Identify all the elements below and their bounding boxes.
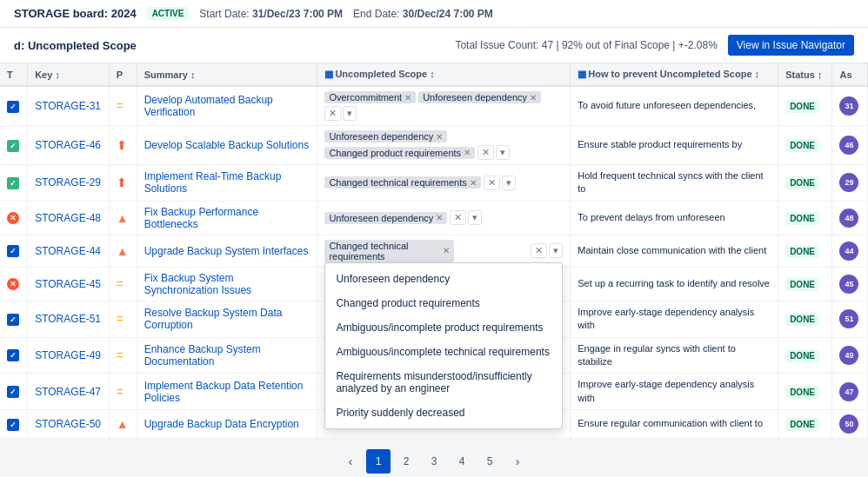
next-page-button[interactable]: › (505, 449, 530, 474)
issue-key-link[interactable]: STORAGE-51 (35, 313, 101, 325)
scope-clear-button[interactable]: ✕ (484, 176, 500, 190)
issue-key-link[interactable]: STORAGE-49 (35, 349, 101, 361)
prevent-cell: Set up a recurring task to identify and … (571, 267, 778, 301)
remove-tag-button[interactable]: ✕ (404, 93, 411, 103)
summary-link[interactable]: Implement Backup Data Retention Policies (144, 380, 304, 404)
type-cell: ✓ (0, 235, 28, 267)
scope-clear-button[interactable]: ✕ (477, 145, 494, 160)
prevent-text: Hold frequent technical syncs with the c… (578, 170, 763, 194)
page-3-button[interactable]: 3 (422, 449, 446, 474)
page-5-button[interactable]: 5 (477, 449, 502, 474)
view-navigator-button[interactable]: View in Issue Navigator (728, 35, 854, 56)
story-icon: ✓ (7, 177, 19, 189)
scope-clear-button[interactable]: ✕ (324, 106, 341, 121)
priority-high-icon: ▲ (117, 417, 129, 431)
summary-link[interactable]: Develop Scalable Backup Solutions (144, 139, 309, 151)
summary-link[interactable]: Upgrade Backup System Interfaces (144, 245, 309, 257)
scope-expand-button[interactable]: ▾ (343, 106, 357, 121)
prevent-text: Set up a recurring task to identify and … (578, 278, 770, 288)
scope-clear-button[interactable]: ✕ (531, 243, 547, 258)
dropdown-option[interactable]: Ambiguous/incomplete product requirement… (325, 315, 562, 340)
scope-expand-button[interactable]: ▾ (468, 210, 482, 225)
prevent-cell: Engage in regular syncs with client to s… (571, 337, 778, 374)
status-badge: DONE (785, 313, 819, 326)
page-4-button[interactable]: 4 (450, 449, 474, 474)
scope-dropdown-wrapper: Changed technical requirements ✕ ✕ ▾ Unf… (324, 240, 563, 262)
board-header: d: Uncompleted Scope Total Issue Count: … (0, 28, 868, 63)
status-cell: DONE (778, 126, 832, 165)
key-cell: STORAGE-29 (28, 165, 109, 202)
remove-tag-button[interactable]: ✕ (443, 246, 450, 255)
scope-tag: Changed product requirements ✕ (324, 147, 475, 159)
scope-expand-button[interactable]: ▾ (502, 176, 516, 190)
end-date-label: End Date: 30/Dec/24 7:00 PM (353, 8, 493, 20)
prevent-cell: Improve early-stage dependency analysis … (571, 374, 778, 410)
prevent-text: Ensure regular communication with client… (578, 418, 763, 428)
scope-clear-button[interactable]: ✕ (450, 210, 466, 225)
scope-expand-button[interactable]: ▾ (549, 243, 563, 258)
dropdown-option[interactable]: Unforeseen dependency (325, 267, 562, 291)
issue-key-link[interactable]: STORAGE-31 (35, 100, 101, 112)
issue-key-link[interactable]: STORAGE-47 (35, 386, 101, 398)
scope-expand-button[interactable]: ▾ (496, 145, 510, 160)
dropdown-option[interactable]: Ambiguous/incomplete technical requireme… (325, 340, 562, 364)
summary-link[interactable]: Implement Real-Time Backup Solutions (144, 170, 282, 195)
avatar: 49 (839, 346, 858, 365)
summary-link[interactable]: Enhance Backup System Documentation (144, 343, 261, 368)
avatar: 48 (839, 209, 858, 228)
dropdown-option[interactable]: Priority suddenly decreased (325, 401, 562, 425)
active-badge: ACTIVE (147, 7, 190, 20)
type-cell: ✓ (0, 337, 28, 374)
start-date-label: Start Date: 31/Dec/23 7:00 PM (199, 8, 343, 20)
status-cell: DONE (778, 86, 832, 126)
priority-medium-icon: = (117, 99, 124, 113)
scope-search-input[interactable] (457, 245, 527, 257)
summary-link[interactable]: Fix Backup Performance Bottlenecks (144, 206, 258, 230)
dropdown-option[interactable]: Requirements misunderstood/insufficientl… (325, 364, 562, 401)
scope-cell: Overcommitment ✕Unforeseen dependency ✕ … (317, 86, 571, 126)
remove-tag-button[interactable]: ✕ (464, 148, 471, 157)
key-cell: STORAGE-44 (28, 235, 109, 267)
scope-input-row: Changed technical requirements ✕ ✕ ▾ (324, 240, 563, 262)
dropdown-option[interactable]: Changed product requirements (325, 291, 562, 315)
avatar: 47 (839, 382, 858, 401)
page-1-button[interactable]: 1 (366, 449, 391, 474)
priority-cell: = (109, 86, 137, 126)
summary-link[interactable]: Resolve Backup System Data Corruption (144, 307, 283, 331)
remove-tag-button[interactable]: ✕ (530, 93, 537, 103)
issue-key-link[interactable]: STORAGE-44 (35, 245, 101, 257)
assignee-cell: 47 (832, 374, 868, 410)
page-2-button[interactable]: 2 (394, 449, 418, 474)
status-cell: DONE (778, 235, 832, 267)
scope-cell: Unforeseen dependency ✕ ✕ ▾ (317, 201, 571, 235)
remove-tag-button[interactable]: ✕ (470, 178, 477, 188)
remove-tag-button[interactable]: ✕ (436, 132, 443, 142)
issue-key-link[interactable]: STORAGE-45 (35, 278, 101, 290)
type-cell: ✓ (0, 410, 28, 439)
prevent-text: Ensure stable product requirements by (578, 139, 742, 149)
status-badge: DONE (785, 386, 819, 399)
priority-high-icon: ▲ (117, 244, 129, 258)
issue-key-link[interactable]: STORAGE-46 (35, 139, 101, 151)
priority-medium-icon: = (117, 277, 124, 291)
tag-container: Overcommitment ✕Unforeseen dependency ✕ … (324, 91, 563, 121)
priority-cell: = (109, 337, 137, 374)
status-badge: DONE (785, 245, 819, 258)
summary-link[interactable]: Upgrade Backup Data Encryption (144, 418, 299, 430)
scope-dropdown-menu: Unforeseen dependencyChanged product req… (324, 262, 563, 429)
issue-key-link[interactable]: STORAGE-50 (35, 418, 101, 430)
prev-page-button[interactable]: ‹ (338, 449, 363, 474)
task-icon: ✓ (7, 245, 19, 257)
status-cell: DONE (778, 301, 832, 337)
remove-tag-button[interactable]: ✕ (436, 213, 443, 222)
scope-actions: ✕ ▾ (324, 106, 357, 121)
priority-cell: ▲ (109, 201, 137, 235)
issue-key-link[interactable]: STORAGE-48 (35, 212, 101, 224)
task-icon: ✓ (7, 386, 19, 398)
issue-key-link[interactable]: STORAGE-29 (35, 176, 101, 189)
avatar: 50 (839, 414, 858, 434)
col-header-status: Status ↕ (778, 63, 832, 86)
summary-link[interactable]: Develop Automated Backup Verification (144, 94, 273, 118)
type-cell: ✓ (0, 86, 28, 126)
summary-link[interactable]: Fix Backup System Synchronization Issues (144, 272, 251, 296)
